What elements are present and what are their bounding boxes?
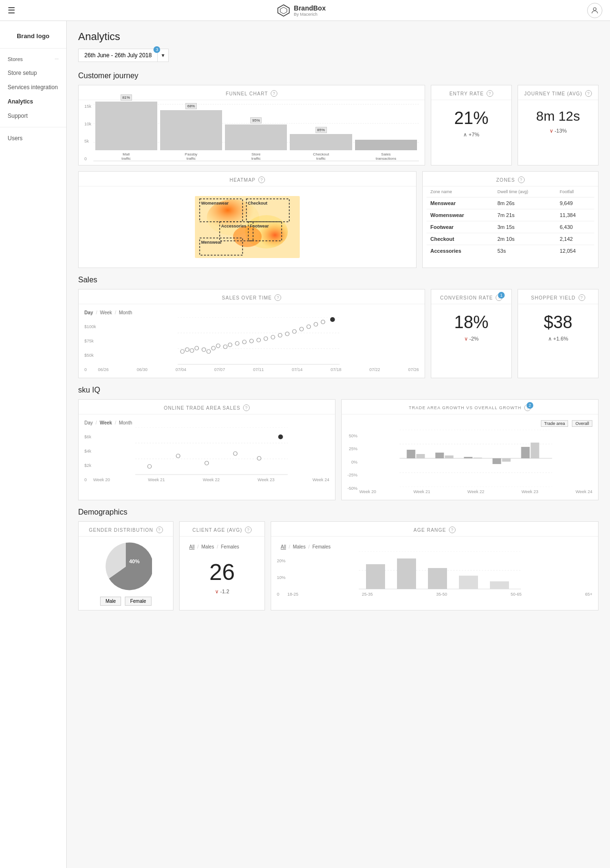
svg-point-32 <box>242 340 246 344</box>
funnel-bar-2 <box>225 124 287 150</box>
conversion-rate-change: ∨ -2% <box>464 336 479 342</box>
gender-dist-header: GENDER DISTRIBUTION ? <box>79 522 173 537</box>
client-age-change: ∨ -1.2 <box>215 589 229 595</box>
trade-area-legend: Trade area Overall <box>347 420 592 427</box>
pie-female-btn[interactable]: Female <box>125 597 151 606</box>
svg-point-29 <box>223 345 227 349</box>
age-range-chart-area: 18-25 25-35 35-50 50-65 65+ <box>287 551 592 597</box>
client-age-filter-females[interactable]: Females <box>221 544 239 549</box>
age-range-filter-males[interactable]: Males <box>293 544 305 549</box>
stores-expand[interactable]: ··· <box>55 56 59 62</box>
sidebar-item-services-integration[interactable]: Services integration <box>0 80 66 94</box>
online-trade-help-icon[interactable]: ? <box>243 404 250 411</box>
age-range-filter-all[interactable]: All <box>281 544 286 549</box>
svg-rect-78 <box>490 581 509 589</box>
sales-over-time-body: Day / Week / Month $100k $75k $50k 0 <box>79 304 425 378</box>
svg-point-40 <box>299 327 303 331</box>
journey-time-value: 8m 12s <box>536 110 580 123</box>
heatmap-help-icon[interactable]: ? <box>258 176 265 183</box>
age-range-filter: All / Males / Females <box>281 544 589 549</box>
funnel-label-4: Salestransactions <box>376 152 396 161</box>
svg-point-42 <box>314 322 317 326</box>
age-range-filter-females[interactable]: Females <box>313 544 331 549</box>
funnel-chart-card: FUNNEL CHART ? 15k 10k 5k 0 <box>78 85 425 165</box>
gender-dist-title: GENDER DISTRIBUTION <box>89 527 153 533</box>
sales-toggle-day[interactable]: Day <box>84 310 93 315</box>
svg-rect-65 <box>474 458 482 459</box>
funnel-bar-4 <box>355 140 417 150</box>
hamburger-menu[interactable]: ☰ <box>8 5 15 16</box>
svg-rect-60 <box>407 450 416 458</box>
pie-male-btn[interactable]: Male <box>100 597 121 606</box>
svg-point-52 <box>233 452 237 455</box>
entry-rate-help-icon[interactable]: ? <box>487 90 493 97</box>
svg-text:Checkout: Checkout <box>248 201 267 206</box>
funnel-pct-3: 85% <box>315 127 327 133</box>
sidebar-item-support[interactable]: Support <box>0 109 66 123</box>
zones-help-icon[interactable]: ? <box>518 176 525 183</box>
svg-rect-77 <box>459 576 478 589</box>
client-age-filter: All / Males / Females <box>189 544 255 549</box>
client-age-help-icon[interactable]: ? <box>245 527 252 533</box>
funnel-label-1: Passbytraffic <box>185 152 197 161</box>
sku-toggle-week[interactable]: Week <box>100 420 112 425</box>
svg-point-26 <box>206 350 210 353</box>
sales-toggle-month[interactable]: Month <box>119 310 132 315</box>
age-range-chart-container: 20% 10% 0 <box>277 551 592 597</box>
shopper-yield-header: SHOPPER YIELD ? <box>518 289 598 304</box>
funnel-help-icon[interactable]: ? <box>271 90 277 97</box>
zones-row-3: Checkout 2m 10s 2,142 <box>427 233 594 245</box>
client-age-filter-all[interactable]: All <box>189 544 194 549</box>
conversion-rate-help-icon[interactable]: ? 1 <box>496 294 502 301</box>
svg-point-6 <box>233 226 262 247</box>
stores-label: Stores <box>8 56 23 62</box>
sku-toggle-day[interactable]: Day <box>84 420 93 425</box>
conversion-rate-body: 18% ∨ -2% <box>431 304 511 351</box>
conversion-rate-header: CONVERSION RATE ? 1 <box>431 289 511 304</box>
shopper-yield-body: $38 ∧ +1.6% <box>518 304 598 351</box>
svg-point-51 <box>204 461 208 465</box>
client-age-body: All / Males / Females 26 ∨ -1.2 <box>180 537 264 610</box>
sales-toggle-week[interactable]: Week <box>100 310 112 315</box>
zones-body: Zone name Dwell time (avg) Footfall Mens… <box>423 186 598 260</box>
trade-area-growth-card: TRADE AREA GROWTH VS OVERALL GROWTH ? 2 … <box>341 399 599 500</box>
shopper-yield-value: $38 <box>544 314 572 331</box>
brand-logo-area: BrandBox By Macerich <box>277 4 326 17</box>
client-age-filter-males[interactable]: Males <box>201 544 214 549</box>
svg-point-43 <box>321 320 325 324</box>
conversion-rate-title: CONVERSION RATE <box>440 295 493 300</box>
sales-help-icon[interactable]: ? <box>274 294 281 301</box>
date-range-button[interactable]: 26th June - 26th July 2018 3 <box>78 49 158 62</box>
sku-toggle-month[interactable]: Month <box>119 420 132 425</box>
sidebar-item-store-setup[interactable]: Store setup <box>0 66 66 80</box>
age-range-title: AGE RANGE <box>414 527 446 533</box>
svg-rect-69 <box>531 443 539 458</box>
svg-point-30 <box>228 343 232 347</box>
svg-text:Accessories: Accessories <box>221 224 246 228</box>
conversion-rate-badge: 1 <box>498 292 505 299</box>
age-range-help-icon[interactable]: ? <box>449 527 456 533</box>
sidebar-item-analytics[interactable]: Analytics <box>0 94 66 109</box>
zones-col-dwell: Dwell time (avg) <box>494 186 556 197</box>
journey-time-help-icon[interactable]: ? <box>585 90 592 97</box>
sidebar-item-users[interactable]: Users <box>0 131 66 145</box>
zones-col-name: Zone name <box>427 186 494 197</box>
gender-pie-svg: 40% <box>100 540 152 593</box>
customer-journey-title: Customer journey <box>78 72 599 80</box>
svg-point-21 <box>180 350 184 353</box>
age-range-x-axis: 18-25 25-35 35-50 50-65 65+ <box>287 592 592 597</box>
funnel-label-3: Checkouttraffic <box>313 152 329 161</box>
user-icon[interactable] <box>587 3 602 18</box>
shopper-yield-help-icon[interactable]: ? <box>579 294 585 301</box>
sidebar-brand: Brand logo <box>0 29 66 49</box>
svg-rect-76 <box>428 568 447 589</box>
online-trade-sales-card: ONLINE TRADE AREA SALES ? Day / Week / M… <box>78 399 336 500</box>
trade-area-help-icon[interactable]: ? 2 <box>524 404 531 411</box>
shopper-yield-card: SHOPPER YIELD ? $38 ∧ +1.6% <box>518 289 599 378</box>
journey-time-title: JOURNEY TIME (avg) <box>524 91 582 96</box>
svg-rect-74 <box>366 564 385 589</box>
gender-dist-help-icon[interactable]: ? <box>156 527 163 533</box>
svg-text:Menswear: Menswear <box>201 240 222 245</box>
sku-x-axis: Week 20 Week 21 Week 22 Week 23 Week 24 <box>93 477 329 482</box>
sales-chart-area: 06/26 06/30 07/04 07/07 07/11 07/14 07/1… <box>98 317 419 372</box>
